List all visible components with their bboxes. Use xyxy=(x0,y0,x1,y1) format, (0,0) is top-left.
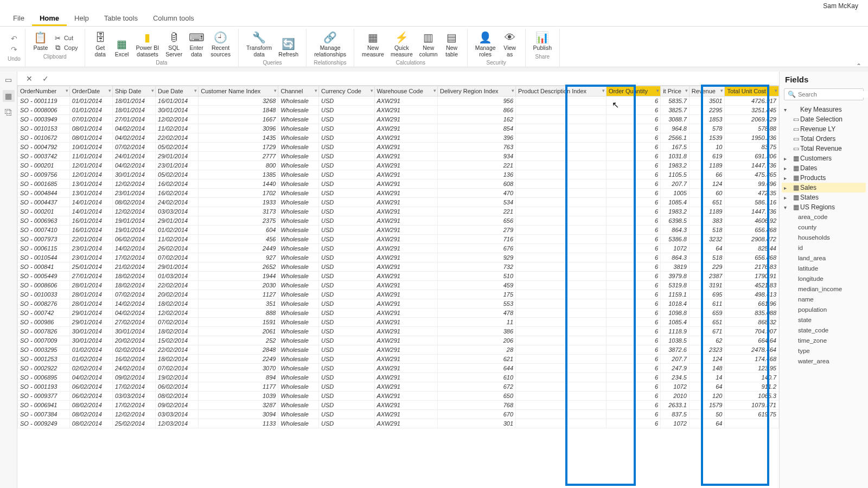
cell[interactable]: 06/02/2014 xyxy=(69,382,112,391)
cell[interactable]: 62 xyxy=(689,336,725,345)
cell[interactable] xyxy=(516,419,607,428)
cell[interactable]: 670 xyxy=(437,410,515,419)
cell[interactable]: 221 xyxy=(437,161,515,170)
cell[interactable]: 167.5 xyxy=(661,143,690,152)
cell[interactable]: 2030 xyxy=(199,281,278,290)
cell[interactable]: 28 xyxy=(437,345,515,355)
cell[interactable]: 3096 xyxy=(199,124,278,133)
cell[interactable]: 14 xyxy=(689,373,725,382)
cell[interactable]: 5319.8 xyxy=(661,281,690,290)
cell[interactable]: 120 xyxy=(689,391,725,401)
column-filter-icon[interactable]: ▾ xyxy=(433,88,436,93)
cell[interactable] xyxy=(725,419,779,428)
cell[interactable]: 18/01/2014 xyxy=(112,97,155,106)
cell[interactable]: AXW291 xyxy=(374,235,437,244)
cell[interactable]: AXW291 xyxy=(374,281,437,290)
cell[interactable]: SO - 0006941 xyxy=(18,401,70,410)
column-filter-icon[interactable]: ▾ xyxy=(315,88,317,93)
cell[interactable]: AXW291 xyxy=(374,373,437,382)
cell[interactable]: 1031.8 xyxy=(661,152,690,161)
cell[interactable]: 03/03/2014 xyxy=(112,391,155,401)
cell[interactable]: 1729 xyxy=(199,143,278,152)
cell[interactable]: 732 xyxy=(437,262,515,272)
cell[interactable]: SO - 0008006 xyxy=(18,106,70,115)
sql-server-button[interactable]: 🛢SQL Server xyxy=(162,29,186,59)
cell[interactable]: SO - 0010544 xyxy=(18,253,70,262)
cell[interactable]: SO - 0003742 xyxy=(18,152,70,161)
cell[interactable]: USD xyxy=(319,299,375,309)
cell[interactable] xyxy=(516,235,607,244)
new-column-button[interactable]: ▥New column xyxy=(416,29,441,59)
data-view-icon[interactable]: ▦ xyxy=(3,90,15,102)
cell[interactable]: USD xyxy=(319,216,375,226)
cell[interactable] xyxy=(516,401,607,410)
column-filter-icon[interactable]: ▾ xyxy=(151,88,154,93)
cell[interactable]: AXW291 xyxy=(374,244,437,253)
cell[interactable]: Wholesale xyxy=(278,272,319,281)
cell[interactable]: USD xyxy=(319,410,375,419)
cell[interactable] xyxy=(516,364,607,373)
cell[interactable]: Wholesale xyxy=(278,299,319,309)
cell[interactable]: USD xyxy=(319,207,375,216)
manage-relationships-button[interactable]: 🔗Manage relationships xyxy=(311,29,349,59)
cell[interactable]: 29/01/2014 xyxy=(69,309,112,318)
cell[interactable]: 21/02/2014 xyxy=(112,262,155,272)
cell[interactable]: 4521.83 xyxy=(725,281,779,290)
cell[interactable]: 2295 xyxy=(689,106,725,115)
cell[interactable]: 29/01/2014 xyxy=(156,152,199,161)
cell[interactable]: AXW291 xyxy=(374,253,437,262)
cell[interactable]: USD xyxy=(319,336,375,345)
cell[interactable]: 01/02/2014 xyxy=(69,355,112,364)
cell[interactable]: 09/02/2014 xyxy=(112,373,155,382)
cell[interactable]: 10 xyxy=(689,143,725,152)
cell[interactable]: 64 xyxy=(689,382,725,391)
cell[interactable]: Wholesale xyxy=(278,179,319,189)
cell[interactable]: AXW291 xyxy=(374,391,437,401)
cell[interactable]: AXW291 xyxy=(374,179,437,189)
table-row[interactable]: SO - 000689504/02/201409/02/201419/02/20… xyxy=(18,373,779,382)
cell[interactable] xyxy=(516,373,607,382)
cell[interactable]: 14/02/2014 xyxy=(112,244,155,253)
cell[interactable]: SO - 0004792 xyxy=(18,143,70,152)
cell[interactable]: 04/02/2014 xyxy=(112,133,155,143)
column-filter-icon[interactable]: ▾ xyxy=(108,88,111,93)
cell[interactable]: 18/02/2014 xyxy=(112,281,155,290)
cell[interactable]: 22/02/2014 xyxy=(156,133,199,143)
cell[interactable]: 6 xyxy=(606,124,660,133)
cell[interactable]: 1072 xyxy=(661,382,690,391)
cell[interactable]: 800 xyxy=(199,161,278,170)
transform-data-button[interactable]: 🔧Transform data xyxy=(243,29,275,59)
cell[interactable]: AXW291 xyxy=(374,364,437,373)
cell[interactable]: Wholesale xyxy=(278,115,319,124)
cell[interactable]: 2633.1 xyxy=(661,401,690,410)
cell[interactable]: 04/02/2014 xyxy=(112,309,155,318)
cell[interactable]: 671 xyxy=(689,327,725,336)
cell[interactable]: 16/02/2014 xyxy=(156,189,199,198)
cell[interactable] xyxy=(516,170,607,179)
cell[interactable]: 06/02/2014 xyxy=(156,382,199,391)
cell[interactable]: 716 xyxy=(437,235,515,244)
cell[interactable]: 3979.8 xyxy=(661,272,690,281)
cell[interactable]: 28/01/2014 xyxy=(69,281,112,290)
cell[interactable]: Wholesale xyxy=(278,143,319,152)
cell[interactable]: 12/02/2014 xyxy=(112,207,155,216)
cell[interactable]: 12/02/2014 xyxy=(112,179,155,189)
cell[interactable]: 83.75 xyxy=(725,143,779,152)
cell[interactable]: SO - 0003295 xyxy=(18,345,70,355)
cell[interactable]: Wholesale xyxy=(278,226,319,235)
cell[interactable]: Wholesale xyxy=(278,207,319,216)
cell[interactable]: 99.696 xyxy=(725,179,779,189)
cell[interactable]: 929 xyxy=(437,253,515,262)
cell[interactable]: USD xyxy=(319,318,375,327)
cell[interactable]: 1702 xyxy=(199,189,278,198)
cell[interactable]: 16/01/2014 xyxy=(69,226,112,235)
cell[interactable]: 894 xyxy=(199,373,278,382)
cell[interactable]: USD xyxy=(319,253,375,262)
cell[interactable]: USD xyxy=(319,281,375,290)
cell[interactable]: 1118.9 xyxy=(661,327,690,336)
cell[interactable]: 124 xyxy=(689,355,725,364)
cell[interactable]: 07/02/2014 xyxy=(156,364,199,373)
table-row[interactable]: SO - 000484413/01/201423/01/201416/02/20… xyxy=(18,189,779,198)
cell[interactable]: AXW291 xyxy=(374,170,437,179)
cell[interactable]: USD xyxy=(319,235,375,244)
